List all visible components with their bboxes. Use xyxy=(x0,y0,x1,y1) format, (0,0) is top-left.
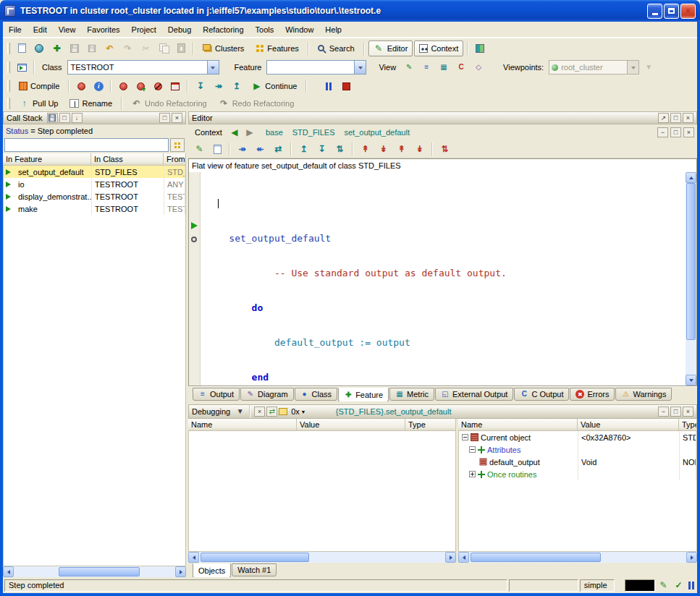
viewpoints-combo[interactable]: root_cluster xyxy=(549,60,639,74)
history-back-button[interactable]: ◀ xyxy=(228,126,241,139)
tab-class[interactable]: ●Class xyxy=(295,388,338,401)
column-in-feature[interactable]: In Feature xyxy=(3,153,91,165)
external-commands-button[interactable] xyxy=(472,41,488,56)
view-contract-button[interactable]: C xyxy=(453,59,469,75)
menu-tools[interactable]: Tools xyxy=(250,23,280,36)
paste-button[interactable] xyxy=(173,41,189,56)
sync-context-button[interactable]: ⇅ xyxy=(332,141,348,157)
step-into-button[interactable]: ↧ xyxy=(192,78,208,94)
context-toggle-button[interactable]: Context xyxy=(414,41,463,56)
editor-toggle-button[interactable]: ✎ Editor xyxy=(368,41,413,56)
scroll-thumb[interactable] xyxy=(59,567,140,576)
breakpoint-slot-icon[interactable] xyxy=(191,237,197,242)
scroll-thumb[interactable] xyxy=(201,553,309,562)
view-flat-button[interactable]: ▦ xyxy=(436,59,452,75)
menu-debug[interactable]: Debug xyxy=(162,23,197,36)
call-stack-row[interactable]: make TESTROOT TESTROOT xyxy=(4,203,185,215)
cut-button[interactable]: ✂ xyxy=(138,41,154,56)
class-combo-arrow-icon[interactable] xyxy=(207,61,219,74)
swap-target-button[interactable]: ⇄ xyxy=(270,141,287,157)
scroll-left-button[interactable] xyxy=(3,566,14,577)
editor-vscrollbar[interactable] xyxy=(686,172,696,386)
menu-file[interactable]: File xyxy=(3,23,28,36)
tab-warnings[interactable]: ⚠Warnings xyxy=(615,388,672,401)
column-type[interactable]: Type xyxy=(405,419,456,430)
menu-help[interactable]: Help xyxy=(319,23,347,36)
reorder-button[interactable]: ⇄ xyxy=(266,406,277,417)
scroll-left-button[interactable] xyxy=(188,552,199,563)
call-stack-close-button[interactable]: × xyxy=(172,113,182,123)
suppliers-button[interactable]: ↡ xyxy=(411,141,428,157)
step-out-button[interactable]: ↥ xyxy=(228,78,245,94)
scroll-down-button[interactable] xyxy=(686,375,696,386)
hex-format-toggle[interactable]: 0x ▼ xyxy=(289,406,308,417)
titlebar[interactable]: TESTROOT in cluster root_cluster located… xyxy=(0,0,700,22)
feature-combo[interactable] xyxy=(266,60,366,74)
minimize-button[interactable] xyxy=(647,4,662,19)
menu-project[interactable]: Project xyxy=(126,23,162,36)
result-forward-button[interactable]: ↠ xyxy=(234,141,250,157)
call-stack-filter-input[interactable] xyxy=(4,138,169,152)
call-stack-maximize-button[interactable]: □ xyxy=(159,113,170,123)
debugging-header[interactable]: Debugging ▼ × ⇄ 0x ▼ {STD_FILES}.set_out… xyxy=(188,404,697,419)
scroll-right-button[interactable] xyxy=(175,566,186,577)
column-type[interactable]: Type xyxy=(679,419,697,430)
context-close-button[interactable]: × xyxy=(683,127,694,137)
call-stack-options-button[interactable] xyxy=(170,138,185,152)
remove-watch-button[interactable]: × xyxy=(254,406,265,417)
column-name[interactable]: Name xyxy=(188,419,297,430)
menu-refactoring[interactable]: Refactoring xyxy=(197,23,249,36)
toolbar-grip[interactable] xyxy=(7,98,10,109)
breakpoints-tool-button[interactable] xyxy=(167,78,183,94)
scroll-thumb[interactable] xyxy=(471,553,601,562)
menu-window[interactable]: Window xyxy=(279,23,319,36)
call-stack-header[interactable]: Call Stack □ ↓ □ × xyxy=(3,111,186,124)
tab-errors[interactable]: ✖Errors xyxy=(570,388,615,401)
save-all-button[interactable] xyxy=(84,41,100,56)
debugging-close-button[interactable]: × xyxy=(683,406,693,417)
call-stack-window-button[interactable]: □ xyxy=(59,113,70,123)
view-editable-button[interactable]: ✎ xyxy=(401,59,417,75)
call-stack-row[interactable]: display_demonstrat... TESTROOT TESTROOT xyxy=(4,190,185,203)
new-breakpoint-button[interactable] xyxy=(132,78,148,94)
clients-button[interactable]: ↟ xyxy=(393,141,410,157)
editor-gutter[interactable] xyxy=(189,172,201,386)
disable-breakpoints-button[interactable] xyxy=(150,78,166,94)
tab-c-output[interactable]: CC Output xyxy=(514,388,569,401)
save-button[interactable] xyxy=(67,41,83,56)
crumb-class[interactable]: STD_FILES xyxy=(292,128,335,137)
call-stack-hscrollbar[interactable] xyxy=(3,566,186,577)
rename-button[interactable]: Rename xyxy=(64,95,117,111)
crumb-feature[interactable]: set_output_default xyxy=(344,128,410,137)
context-maximize-button[interactable]: □ xyxy=(670,127,681,137)
code-area[interactable]: set_output_default -- Use standard outpu… xyxy=(201,172,686,386)
editor-maximize-button[interactable]: □ xyxy=(670,113,681,123)
result-back-button[interactable]: ↞ xyxy=(252,141,269,157)
object-row[interactable]: Current object <0x32A8760> STD_FILES xyxy=(459,431,696,443)
redo-button[interactable]: ↷ xyxy=(119,41,136,56)
toolbar-grip[interactable] xyxy=(7,61,10,73)
open-in-new-tab-button[interactable] xyxy=(14,59,30,75)
stop-button[interactable] xyxy=(338,78,354,94)
view-clickable-button[interactable]: ≡ xyxy=(418,59,434,75)
tab-feature[interactable]: ✚Feature xyxy=(338,388,389,402)
redo-refactoring-button[interactable]: ↷ Redo Refactoring xyxy=(214,95,300,111)
freeze-button[interactable] xyxy=(73,78,89,94)
continue-button[interactable]: ▶ Continue xyxy=(246,78,302,94)
class-combo[interactable]: TESTROOT xyxy=(67,60,219,74)
pull-up-button[interactable]: ↑ Pull Up xyxy=(14,95,63,111)
debugging-menu-button[interactable]: ▼ xyxy=(235,406,245,417)
pause-button[interactable] xyxy=(321,78,337,94)
homonyms-button[interactable]: ⇅ xyxy=(437,141,453,157)
history-forward-button[interactable]: ▶ xyxy=(243,126,256,139)
callees-button[interactable]: ↧ xyxy=(313,141,330,157)
tab-diagram[interactable]: ✎Diagram xyxy=(240,388,294,401)
callers-button[interactable]: ↥ xyxy=(295,141,312,157)
new-window-button[interactable] xyxy=(14,41,30,56)
close-button[interactable]: × xyxy=(680,4,696,19)
crumb-cluster[interactable]: base xyxy=(266,128,283,137)
add-project-button[interactable]: ✚ xyxy=(49,41,65,56)
tab-metric[interactable]: ▦Metric xyxy=(389,388,434,401)
context-minimize-button[interactable]: − xyxy=(657,127,668,137)
step-over-button[interactable]: ↠ xyxy=(210,78,227,94)
